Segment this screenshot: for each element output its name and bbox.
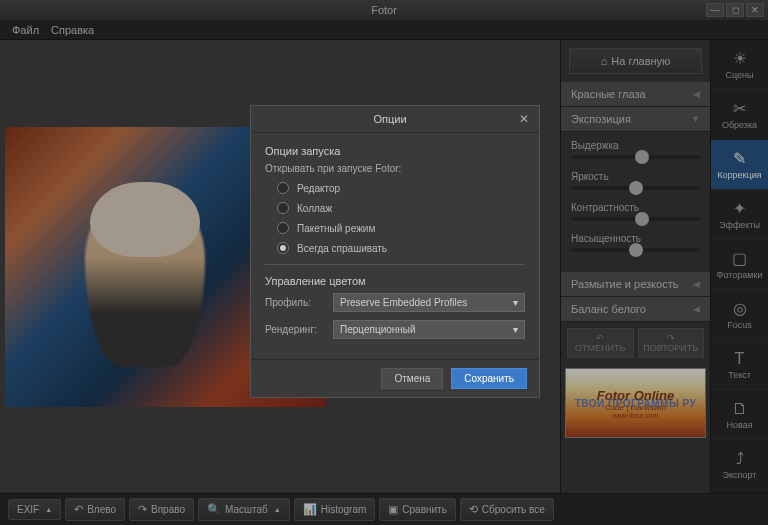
radio-ask[interactable] xyxy=(277,242,289,254)
dialog-title: Опции xyxy=(261,113,519,125)
cancel-button[interactable]: Отмена xyxy=(381,368,443,389)
profile-label: Профиль: xyxy=(265,297,325,308)
profile-select[interactable]: Preserve Embedded Profiles▾ xyxy=(333,293,525,312)
launch-section-title: Опции запуска xyxy=(265,145,525,157)
launch-subtitle: Открывать при запуске Fotor: xyxy=(265,163,525,174)
color-section-title: Управление цветом xyxy=(265,275,525,287)
chevron-down-icon: ▾ xyxy=(513,324,518,335)
chevron-down-icon: ▾ xyxy=(513,297,518,308)
dialog-close-button[interactable]: ✕ xyxy=(519,112,529,126)
save-button[interactable]: Сохранить xyxy=(451,368,527,389)
radio-row-ask[interactable]: Всегда спрашивать xyxy=(265,242,525,254)
options-dialog: Опции ✕ Опции запуска Открывать при запу… xyxy=(250,105,540,398)
radio-row-collage[interactable]: Коллаж xyxy=(265,202,525,214)
radio-editor[interactable] xyxy=(277,182,289,194)
modal-overlay: Опции ✕ Опции запуска Открывать при запу… xyxy=(0,0,768,525)
radio-batch[interactable] xyxy=(277,222,289,234)
rendering-select[interactable]: Перцепционный▾ xyxy=(333,320,525,339)
radio-collage[interactable] xyxy=(277,202,289,214)
radio-row-batch[interactable]: Пакетный режим xyxy=(265,222,525,234)
radio-row-editor[interactable]: Редактор xyxy=(265,182,525,194)
rendering-label: Рендеринг: xyxy=(265,324,325,335)
